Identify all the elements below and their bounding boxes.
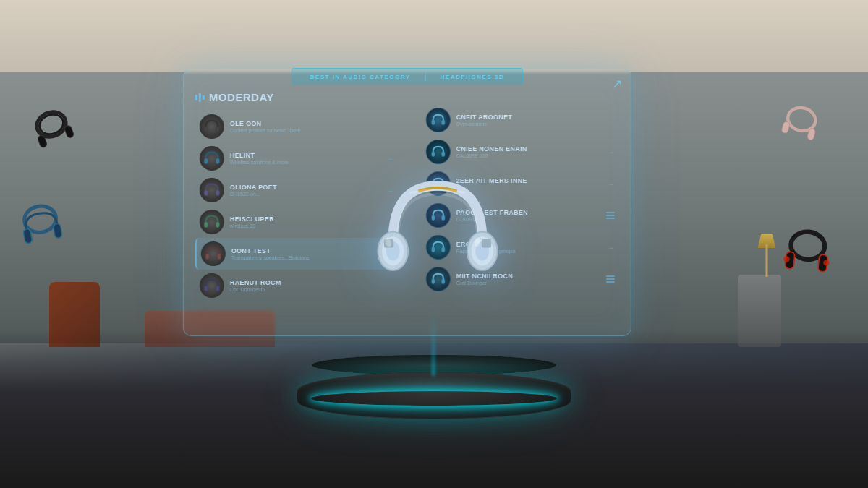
right-thumb-r2	[426, 140, 451, 164]
product-name-p3: OLIONA POET	[230, 184, 381, 191]
svg-rect-24	[217, 254, 221, 260]
svg-rect-27	[432, 120, 435, 125]
right-sub-r1: Over-sonome	[456, 121, 615, 127]
featured-headphone	[369, 165, 499, 309]
svg-rect-22	[216, 222, 219, 228]
product-desc-p3: DH1520-on...	[230, 192, 381, 197]
platform-body	[297, 372, 571, 419]
lamp-stick	[766, 244, 768, 277]
product-item-p2[interactable]: HELINT Wireless solutions & more ←	[195, 142, 399, 174]
panel-tab2[interactable]: HEADPHONES 3D	[441, 74, 504, 80]
panel-header: BEST IN AUDIO CATEGORY HEADPHONES 3D	[292, 68, 523, 85]
right-arrow-r5: →	[608, 244, 615, 252]
product-thumb-p6	[200, 273, 224, 298]
mini-bar-2	[606, 215, 615, 216]
right-bars-r6	[606, 275, 615, 283]
header-divider	[425, 72, 426, 81]
product-thumb-p4	[200, 210, 224, 234]
panel-tab1[interactable]: BEST IN AUDIO CATEGORY	[310, 74, 411, 80]
section-title-text: MODERDAY	[209, 91, 274, 103]
product-thumb-p1	[200, 114, 224, 139]
right-arrow-r2: →	[608, 148, 615, 156]
mini-bar-1	[606, 275, 615, 277]
svg-rect-26	[216, 286, 219, 291]
floating-headphone-right-bottom	[773, 221, 840, 291]
right-info-r2: CNIEE NONEN ENAIN CALIBRE 600	[456, 145, 602, 158]
svg-rect-15	[204, 127, 208, 132]
svg-rect-16	[216, 127, 219, 132]
product-item-p5[interactable]: OONT TEST Transparency speakers...Soluti…	[195, 238, 399, 270]
product-item-p4[interactable]: HEISCLUPER wireless 0S	[195, 206, 399, 238]
svg-rect-28	[441, 120, 444, 125]
mini-bar-3	[606, 281, 615, 283]
product-thumb-p2	[200, 146, 224, 171]
svg-rect-29	[432, 152, 435, 157]
svg-rect-46	[482, 239, 491, 247]
mini-bar-3	[606, 218, 615, 219]
svg-rect-30	[441, 152, 444, 157]
svg-rect-6	[53, 223, 62, 239]
product-info-p1: OLE OON Coolest product for head...Dem	[230, 120, 394, 133]
bar-1	[195, 95, 197, 100]
svg-rect-19	[204, 190, 208, 196]
right-info-r1: CNFIT AROONET Over-sonome	[456, 114, 615, 127]
mini-bar-1	[606, 212, 615, 213]
svg-rect-23	[205, 254, 209, 260]
floating-headphone-left-mid	[8, 194, 75, 265]
svg-rect-25	[204, 286, 208, 291]
product-info-p3: OLIONA POET DH1520-on...	[230, 184, 381, 197]
svg-rect-20	[216, 190, 219, 196]
svg-rect-8	[781, 121, 791, 133]
product-info-p2: HELINT Wireless solutions & more	[230, 152, 381, 165]
right-name-r1: CNFIT AROONET	[456, 114, 615, 121]
svg-rect-21	[204, 222, 208, 228]
product-name-p2: HELINT	[230, 152, 381, 159]
section-title: MODERDAY	[195, 91, 399, 103]
svg-rect-17	[204, 158, 208, 164]
mini-bar-2	[606, 278, 615, 280]
bar-3	[203, 95, 205, 100]
product-thumb-p3	[200, 178, 224, 202]
right-name-r2: CNIEE NONEN ENAIN	[456, 145, 602, 153]
svg-rect-18	[216, 158, 219, 164]
product-desc-p1: Coolest product for head...Dem	[230, 128, 394, 133]
bg-chair	[49, 282, 100, 347]
platform-glow-ring	[311, 391, 557, 406]
product-list: OLE OON Coolest product for head...Dem H…	[195, 111, 399, 301]
product-item-p1[interactable]: OLE OON Coolest product for head...Dem	[195, 111, 399, 142]
title-bars	[195, 93, 205, 102]
external-link-icon[interactable]: ↗	[613, 77, 622, 90]
product-thumb-p5	[201, 241, 226, 266]
right-item-r1[interactable]: CNFIT AROONET Over-sonome	[422, 104, 619, 136]
bar-2	[199, 93, 201, 102]
nav-arrow-p2: ←	[387, 155, 394, 163]
left-column: MODERDAY OLE OON Coolest product for hea…	[195, 91, 399, 324]
svg-rect-2	[64, 125, 75, 139]
product-name-p1: OLE OON	[230, 120, 394, 127]
right-sub-r2: CALIBRE 600	[456, 153, 602, 158]
right-thumb-r1	[426, 108, 451, 132]
right-item-r2[interactable]: CNIEE NONEN ENAIN CALIBRE 600 →	[422, 136, 619, 168]
right-arrow-r3: →	[608, 180, 615, 188]
product-item-p6[interactable]: RAENUT ROCM Cot: Domigest5	[195, 270, 399, 301]
product-item-p3[interactable]: OLIONA POET DH1520-on... ←	[195, 174, 399, 206]
product-desc-p2: Wireless solutions & more	[230, 160, 381, 165]
right-bars-r4	[606, 212, 615, 219]
